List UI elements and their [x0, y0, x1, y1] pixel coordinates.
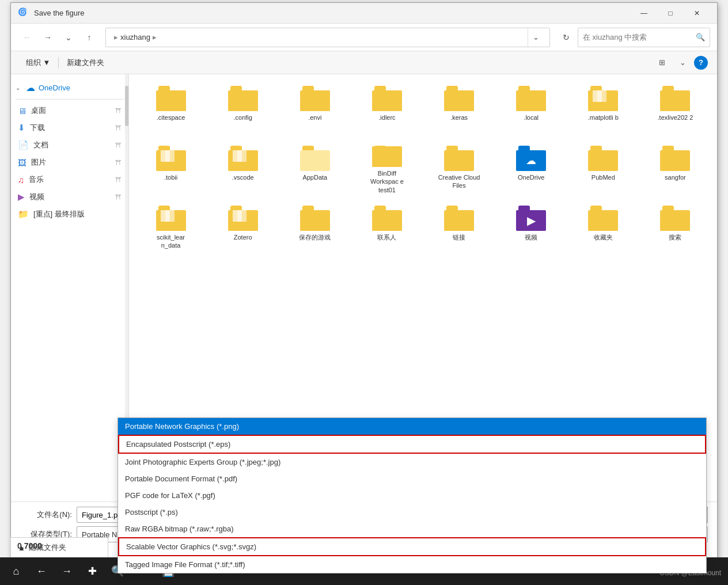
sidebar-item-onedrive[interactable]: ⌄ ☁ OneDrive: [11, 79, 128, 97]
sidebar-important-label: [重点] 最终排版: [33, 209, 122, 219]
file-item-videos2[interactable]: ▶ 视频: [496, 201, 566, 259]
dropdown-item-tif-label: Tagged Image File Format (*.tif;*.tiff): [125, 560, 245, 569]
file-item-sangfor[interactable]: sangfor: [640, 141, 710, 199]
file-item-pubmed[interactable]: PubMed: [568, 141, 638, 199]
file-item-games[interactable]: 保存的游戏: [280, 201, 350, 259]
dropdown-item-eps[interactable]: Encapsulated Postscript (*.eps): [118, 435, 706, 454]
sidebar-thumb: [125, 86, 128, 126]
file-name-zotero: Zotero: [234, 233, 252, 241]
dropdown-item-jpeg-label: Joint Photographic Experts Group (*.jpeg…: [125, 458, 280, 466]
file-name-creative: Creative Cloud Files: [436, 173, 482, 190]
close-button[interactable]: ✕: [684, 3, 710, 24]
dropdown-item-pgf[interactable]: PGF code for LaTeX (*.pgf): [118, 487, 706, 504]
file-item-bindiff[interactable]: BinDiff Workspac e test01: [352, 141, 422, 199]
refresh-button[interactable]: ↻: [557, 28, 575, 47]
dropdown-item-pdf[interactable]: Portable Document Format (*.pdf): [118, 470, 706, 487]
organize-button[interactable]: 组织 ▼: [20, 55, 56, 71]
sidebar-item-download[interactable]: ⬇ 下载 ⛩: [11, 119, 128, 136]
file-item-onedrive[interactable]: ☁ OneDrive: [496, 141, 566, 199]
file-item-config[interactable]: .config: [208, 81, 278, 139]
folder-icon-contacts: [372, 206, 402, 231]
taskbar-home-button[interactable]: ⌂: [5, 560, 28, 583]
folder-icon-links: [444, 206, 474, 231]
file-item-local[interactable]: .local: [496, 81, 566, 139]
path-end-icon: ▸: [153, 33, 157, 41]
sidebar-item-videos[interactable]: ▶ 视频 ⛩: [11, 188, 128, 206]
up-button[interactable]: ↑: [80, 28, 98, 47]
folder-icon-videos2: ▶: [516, 206, 546, 231]
dropdown-item-raw[interactable]: Raw RGBA bitmap (*.raw;*.rgba): [118, 521, 706, 537]
dropdown-item-jpeg[interactable]: Joint Photographic Experts Group (*.jpeg…: [118, 454, 706, 470]
view-button[interactable]: ⊞: [653, 55, 671, 71]
search-bar: 🔍: [578, 28, 710, 47]
maximize-button[interactable]: □: [657, 3, 684, 24]
sidebar-download-label: 下载: [30, 123, 111, 133]
new-folder-button[interactable]: 新建文件夹: [61, 55, 110, 71]
filetype-dropdown: Portable Network Graphics (*.png) Encaps…: [117, 417, 707, 573]
sidebar-item-documents[interactable]: 📄 文档 ⛩: [11, 136, 128, 154]
folder-icon-onedrive: ☁: [516, 146, 546, 171]
file-item-scikit[interactable]: scikit_lear n_data: [136, 201, 206, 259]
window-controls: — □ ✕: [631, 3, 710, 24]
minimize-button[interactable]: —: [631, 3, 657, 24]
folder-icon-favorites: [588, 206, 618, 231]
file-name-search: 搜索: [669, 233, 681, 241]
onedrive-cloud-icon: ☁: [26, 82, 35, 93]
videos-pin-icon: ⛩: [115, 193, 122, 200]
file-item-links[interactable]: 链接: [424, 201, 494, 259]
file-item-appdata[interactable]: AppData: [280, 141, 350, 199]
taskbar-move-button[interactable]: ✚: [81, 560, 104, 583]
folder-icon-tobii: [156, 146, 186, 171]
file-item-idlerc[interactable]: .idlerc: [352, 81, 422, 139]
file-item-citespace[interactable]: .citespace: [136, 81, 206, 139]
dropdown-item-svg-label: Scalable Vector Graphics (*.svg;*.svgz): [126, 542, 256, 551]
dropdown-item-tif[interactable]: Tagged Image File Format (*.tif;*.tiff): [118, 556, 706, 573]
forward-button[interactable]: →: [39, 28, 57, 47]
file-item-zotero[interactable]: Zotero: [208, 201, 278, 259]
sidebar-item-music[interactable]: ♫ 音乐 ⛩: [11, 171, 128, 188]
file-item-texlive[interactable]: .texlive202 2: [640, 81, 710, 139]
search-input[interactable]: [583, 33, 696, 41]
help-button[interactable]: ?: [694, 56, 708, 70]
file-item-favorites[interactable]: 收藏夹: [568, 201, 638, 259]
sidebar: ⌄ ☁ OneDrive 🖥 桌面 ⛩ ⬇ 下载 ⛩ 📄 文档 ⛩: [11, 74, 129, 502]
dropdown-item-raw-label: Raw RGBA bitmap (*.raw;*.rgba): [125, 525, 234, 533]
sidebar-pictures-label: 图片: [31, 157, 111, 168]
file-item-envi[interactable]: .envi: [280, 81, 350, 139]
navigation-toolbar: ← → ⌄ ↑ ▸ xiuzhang ▸ ⌄ ↻ 🔍: [11, 24, 717, 51]
folder-icon-idlerc: [372, 86, 402, 111]
onedrive-label: OneDrive: [39, 83, 70, 92]
file-item-tobii[interactable]: .tobii: [136, 141, 206, 199]
sidebar-item-important[interactable]: 📁 [重点] 最终排版: [11, 206, 128, 223]
file-item-keras[interactable]: .keras: [424, 81, 494, 139]
file-item-matplotlib[interactable]: .matplotli b: [568, 81, 638, 139]
toolbar-separator: [58, 57, 59, 69]
sidebar-videos-label: 视频: [29, 192, 111, 202]
taskbar-back-button[interactable]: ←: [30, 560, 53, 583]
folder-icon-keras: [444, 86, 474, 111]
file-item-search[interactable]: 搜索: [640, 201, 710, 259]
toolbar-right: ⊞ ⌄ ?: [653, 55, 708, 71]
folder-icon-zotero: [228, 206, 258, 231]
dropdown-item-png[interactable]: Portable Network Graphics (*.png): [118, 418, 706, 435]
dropdown-item-svg[interactable]: Scalable Vector Graphics (*.svg;*.svgz): [118, 537, 706, 556]
file-item-vscode[interactable]: .vscode: [208, 141, 278, 199]
history-button[interactable]: ⌄: [59, 28, 78, 47]
file-name-favorites: 收藏夹: [594, 233, 613, 241]
view-dropdown-button[interactable]: ⌄: [673, 55, 692, 71]
folder-icon-bindiff: [372, 146, 402, 167]
sidebar-documents-label: 文档: [33, 140, 111, 150]
back-button[interactable]: ←: [18, 28, 36, 47]
file-name-citespace: .citespace: [157, 113, 185, 121]
sidebar-item-desktop[interactable]: 🖥 桌面 ⛩: [11, 102, 128, 119]
path-dropdown-button[interactable]: ⌄: [528, 28, 544, 47]
file-item-contacts[interactable]: 联系人: [352, 201, 422, 259]
file-name-config: .config: [233, 113, 252, 121]
file-name-envi: .envi: [308, 113, 321, 121]
path-bar[interactable]: ▸ xiuzhang ▸ ⌄: [105, 28, 550, 47]
file-item-creative[interactable]: Creative Cloud Files: [424, 141, 494, 199]
title-bar: 🌀 Save the figure — □ ✕: [11, 3, 717, 24]
dropdown-item-ps[interactable]: Postscript (*.ps): [118, 504, 706, 521]
sidebar-item-pictures[interactable]: 🖼 图片 ⛩: [11, 154, 128, 171]
taskbar-forward-button[interactable]: →: [55, 560, 78, 583]
